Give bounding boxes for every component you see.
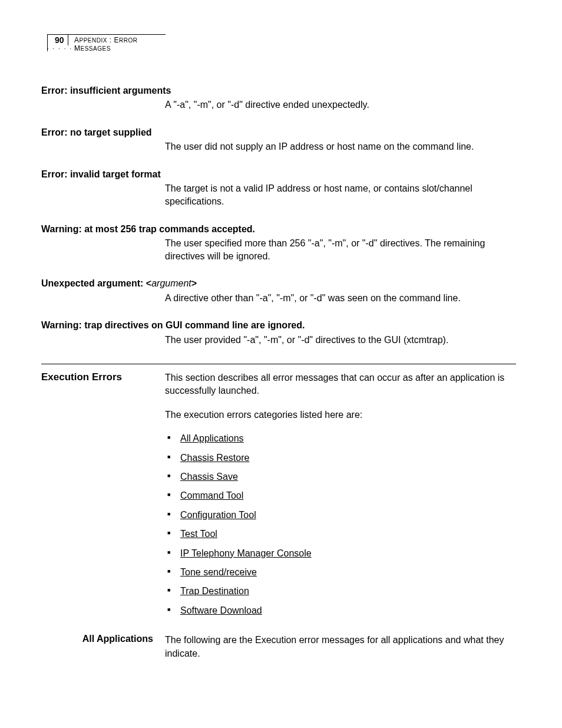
link-chassis-restore[interactable]: Chassis Restore <box>180 453 249 463</box>
section-intro-paragraph: The execution errors categories listed h… <box>165 409 516 421</box>
category-link-list: All Applications Chassis Restore Chassis… <box>165 432 516 617</box>
error-entry: Unexpected argument: <argument> A direct… <box>41 277 516 304</box>
section-body: This section describes all error message… <box>165 371 516 623</box>
link-chassis-save[interactable]: Chassis Save <box>180 472 238 482</box>
error-entry: Warning: at most 256 trap commands accep… <box>41 223 516 263</box>
error-entry: Warning: trap directives on GUI command … <box>41 319 516 346</box>
link-ip-telephony-manager-console[interactable]: IP Telephony Manager Console <box>180 548 312 558</box>
section-intro-paragraph: This section describes all error message… <box>165 371 516 398</box>
list-item: Command Tool <box>165 489 516 502</box>
list-item: IP Telephony Manager Console <box>165 547 516 560</box>
list-item: All Applications <box>165 432 516 445</box>
list-item: Chassis Save <box>165 470 516 483</box>
link-tone-send-receive[interactable]: Tone send/receive <box>180 567 257 577</box>
list-item: Tone send/receive <box>165 566 516 579</box>
entry-description: The user provided "-a", "-m", or "-d" di… <box>165 334 516 347</box>
entry-title: Warning: trap directives on GUI command … <box>41 319 516 332</box>
entry-title: Unexpected argument: <argument> <box>41 277 516 290</box>
list-item: Software Download <box>165 604 516 617</box>
section-heading: Execution Errors <box>41 371 165 383</box>
link-all-applications[interactable]: All Applications <box>180 433 244 443</box>
error-entry: Error: invalid target format The target … <box>41 168 516 208</box>
error-entry: Error: insufficient arguments A "-a", "-… <box>41 84 516 111</box>
link-command-tool[interactable]: Command Tool <box>180 490 243 500</box>
section-row: Execution Errors This section describes … <box>41 371 516 623</box>
page-number: 90 <box>55 35 64 45</box>
subsection-row: All Applications The following are the E… <box>41 634 516 660</box>
entry-title: Error: insufficient arguments <box>41 84 516 97</box>
entry-description: A directive other than "-a", "-m", or "-… <box>165 292 516 305</box>
section-divider <box>41 364 516 364</box>
link-software-download[interactable]: Software Download <box>180 605 262 615</box>
content-area: Error: insufficient arguments A "-a", "-… <box>41 84 516 660</box>
entry-title: Warning: at most 256 trap commands accep… <box>41 223 516 236</box>
page: 90 APPENDIX : ERROR MESSAGES · · · · · ·… <box>0 0 562 728</box>
list-item: Trap Destination <box>165 585 516 598</box>
entry-description: The target is not a valid IP address or … <box>165 182 516 207</box>
entry-description: The user specified more than 256 "-a", "… <box>165 237 516 262</box>
entry-description: A "-a", "-m", or "-d" directive ended un… <box>165 98 516 111</box>
page-header: 90 APPENDIX : ERROR MESSAGES · · · · · ·… <box>47 34 516 52</box>
link-trap-destination[interactable]: Trap Destination <box>180 586 249 596</box>
entry-description: The user did not supply an IP address or… <box>165 140 516 153</box>
subsection-heading: All Applications <box>41 634 165 644</box>
list-item: Chassis Restore <box>165 452 516 465</box>
header-rule-box: 90 APPENDIX : ERROR MESSAGES · · · · · ·… <box>47 34 166 51</box>
decorative-dots: · · · · · · · · <box>47 45 90 52</box>
list-item: Configuration Tool <box>165 509 516 522</box>
entry-title: Error: invalid target format <box>41 168 516 181</box>
page-number-box: 90 <box>55 35 68 45</box>
list-item: Test Tool <box>165 528 516 541</box>
link-configuration-tool[interactable]: Configuration Tool <box>180 510 256 520</box>
link-test-tool[interactable]: Test Tool <box>180 529 217 539</box>
subsection-body: The following are the Execution error me… <box>165 634 516 660</box>
error-entry: Error: no target supplied The user did n… <box>41 126 516 153</box>
entry-title: Error: no target supplied <box>41 126 516 139</box>
